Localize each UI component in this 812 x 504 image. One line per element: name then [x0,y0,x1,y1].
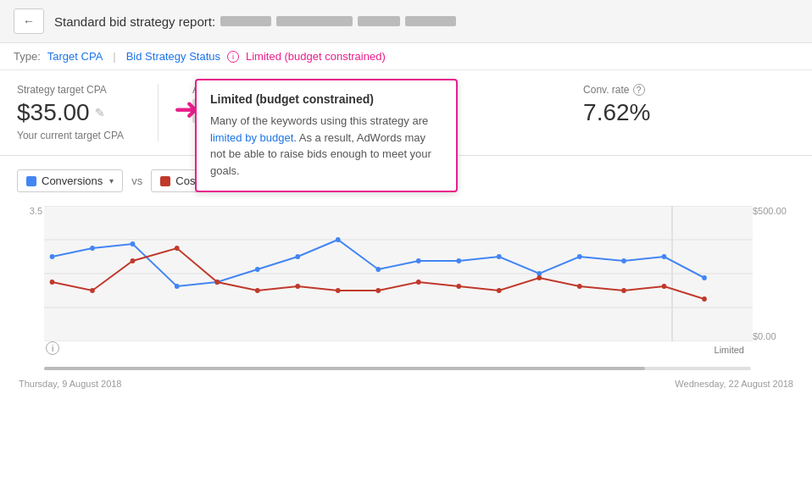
type-label: Type: [14,50,41,63]
svg-point-35 [577,284,582,289]
svg-point-22 [50,280,55,285]
chart-section: Conversions ▾ vs Cost / conv. ▾ Daily ▾ … [0,156,812,402]
status-link[interactable]: Limited (budget constrained) [246,50,386,63]
svg-point-30 [375,288,381,293]
metric-strategy-cpa: Strategy target CPA $35.00 ✎ Your curren… [17,84,159,141]
type-row: Type: Target CPA | Bid Strategy Status i… [0,43,812,70]
conversions-label: Conversions [42,174,103,187]
x-axis-labels: Thursday, 9 August 2018 Wednesday, 22 Au… [17,379,795,389]
tooltip-popup: Limited (budget constrained) Many of the… [195,79,458,192]
x-axis-end: Wednesday, 22 August 2018 [675,379,793,389]
svg-point-18 [577,254,582,259]
svg-point-16 [497,254,502,259]
chart-svg [44,206,753,341]
svg-point-5 [50,254,55,259]
title-blurred-3 [358,16,400,26]
svg-point-15 [456,258,461,263]
conversions-color-dot [26,176,36,186]
strategy-cpa-sub: Your current target CPA [17,130,124,141]
x-axis-start: Thursday, 9 August 2018 [19,379,122,389]
svg-point-28 [295,284,300,289]
svg-point-34 [537,275,542,280]
strategy-cpa-amount: $35.00 [17,99,90,126]
conversions-button[interactable]: Conversions ▾ [17,169,123,192]
svg-point-19 [621,258,626,263]
svg-point-23 [90,288,95,293]
svg-point-6 [90,246,95,251]
svg-point-25 [175,246,180,251]
conversions-chevron: ▾ [109,176,114,186]
svg-point-11 [295,254,300,259]
separator: | [113,50,115,63]
conv-rate-help-icon[interactable]: ? [633,84,645,96]
svg-point-10 [255,267,260,272]
svg-point-32 [456,284,461,289]
svg-point-33 [497,288,502,293]
type-value[interactable]: Target CPA [47,50,103,63]
chart-info-icon[interactable]: i [46,341,59,355]
top-bar: ← Standard bid strategy report: [0,0,812,43]
svg-point-21 [702,275,707,280]
strategy-cpa-value: $35.00 ✎ [17,99,124,126]
svg-point-26 [214,280,220,285]
scrollbar-thumb [44,367,645,370]
svg-point-31 [416,280,421,285]
y-axis-left: 3.5 [17,206,42,341]
svg-point-13 [375,267,381,272]
strategy-cpa-label: Strategy target CPA [17,84,124,96]
conv-rate-label: Conv. rate ? [583,84,650,96]
svg-point-14 [416,258,421,263]
metrics-section: Strategy target CPA $35.00 ✎ Your curren… [0,70,812,156]
chart-area: 3.5 $500.00 $0.00 [17,206,795,375]
y-axis-right: $500.00 $0.00 [753,206,795,341]
svg-point-36 [621,288,626,293]
svg-point-24 [131,258,136,263]
title-blurred-2 [276,16,353,26]
status-icon: i [227,51,239,63]
svg-point-12 [336,237,341,242]
metric-conv-rate: Conv. rate ? 7.62% [583,84,684,141]
bid-strategy-link[interactable]: Bid Strategy Status [126,50,220,63]
svg-point-29 [336,288,341,293]
svg-point-8 [175,284,180,289]
title-blurred-4 [405,16,456,26]
title-blurred-1 [220,16,271,26]
conv-rate-label-text: Conv. rate [583,84,629,96]
cost-conv-color-dot [160,176,170,186]
svg-point-7 [131,241,136,246]
svg-point-38 [702,296,707,302]
svg-point-20 [662,254,667,259]
back-button[interactable]: ← [14,8,44,34]
vs-label: vs [131,174,142,187]
tooltip-text-before: Many of the keywords using this strategy… [210,114,428,127]
edit-icon[interactable]: ✎ [95,106,105,119]
tooltip-text: Many of the keywords using this strategy… [210,113,442,179]
limited-badge: Limited [715,345,744,355]
svg-point-37 [662,284,667,289]
chart-scrollbar[interactable] [44,367,751,370]
report-title-text: Standard bid strategy report: [54,14,215,29]
conv-rate-value: 7.62% [583,99,650,126]
tooltip-title: Limited (budget constrained) [210,92,442,106]
report-title: Standard bid strategy report: [54,14,456,29]
back-icon: ← [23,14,35,28]
svg-point-27 [255,288,260,293]
tooltip-link[interactable]: limited by budget [210,131,293,144]
